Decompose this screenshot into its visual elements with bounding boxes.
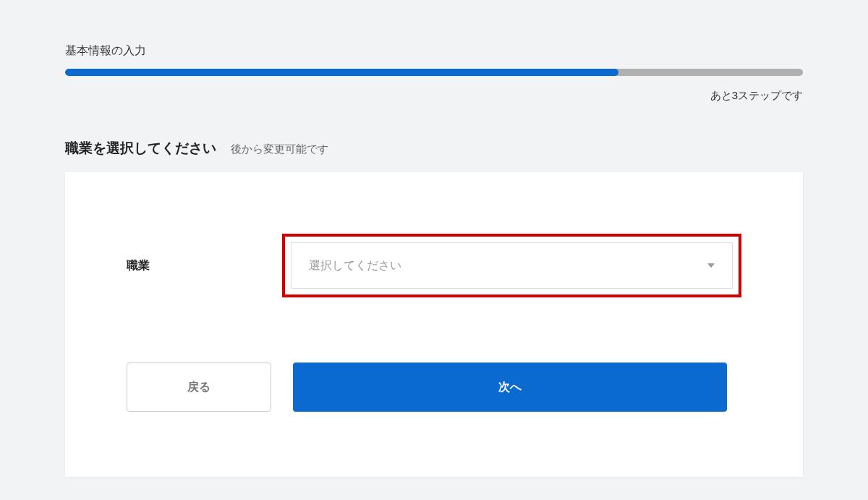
occupation-select-wrapper: 選択してください [291,242,733,289]
button-row: 戻る 次へ [127,363,741,412]
occupation-select[interactable]: 選択してください [291,242,733,289]
back-button[interactable]: 戻る [127,363,271,412]
form-card: 職業 選択してください 戻る 次へ [65,172,803,477]
occupation-row: 職業 選択してください [127,234,741,297]
progress-bar [65,69,803,76]
section-subtitle: 後から変更可能です [231,143,328,156]
chevron-down-icon [707,263,715,268]
occupation-label: 職業 [127,258,282,274]
progress-fill [65,69,618,76]
page-title: 基本情報の入力 [65,43,803,59]
occupation-highlight: 選択してください [282,234,741,297]
occupation-placeholder: 選択してください [309,258,401,274]
section-header: 職業を選択してください 後から変更可能です [65,139,803,158]
progress-text: あと3ステップです [65,89,803,103]
section-title: 職業を選択してください [65,139,216,158]
next-button[interactable]: 次へ [293,363,727,412]
